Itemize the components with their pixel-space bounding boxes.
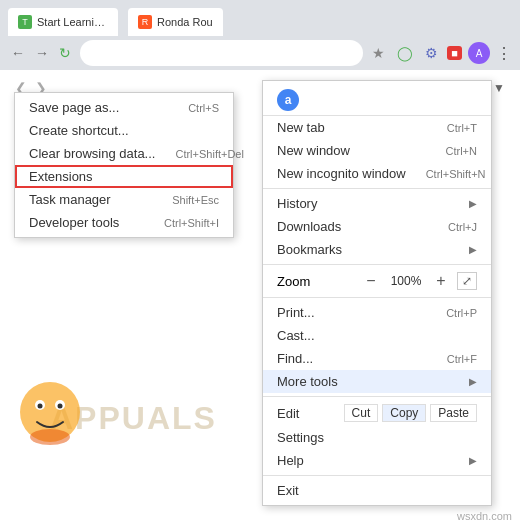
bookmark-icon[interactable]: ★ xyxy=(369,43,388,63)
more-tools-label: More tools xyxy=(277,374,461,389)
developer-tools-label: Developer tools xyxy=(29,215,144,230)
clear-browsing-shortcut: Ctrl+Shift+Del xyxy=(175,148,243,160)
new-incognito-item[interactable]: New incognito window Ctrl+Shift+N xyxy=(263,162,491,185)
tab-2-icon: R xyxy=(138,15,152,29)
history-arrow: ▶ xyxy=(469,198,477,209)
exit-label: Exit xyxy=(277,483,477,498)
print-label: Print... xyxy=(277,305,426,320)
history-label: History xyxy=(277,196,461,211)
cartoon-character xyxy=(15,377,85,447)
nav-icons: ← → ↻ xyxy=(8,43,74,63)
tab-1-label: Start Learning at Tree xyxy=(37,16,108,28)
paste-button[interactable]: Paste xyxy=(430,404,477,422)
tab-1-icon: T xyxy=(18,15,32,29)
divider-1 xyxy=(263,188,491,189)
address-bar: ← → ↻ ★ ◯ ⚙ ■ A ⋮ xyxy=(0,36,520,70)
copy-button[interactable]: Copy xyxy=(382,404,426,422)
help-arrow: ▶ xyxy=(469,455,477,466)
svg-point-5 xyxy=(30,429,70,445)
zoom-minus[interactable]: − xyxy=(361,272,381,290)
settings-label: Settings xyxy=(277,430,477,445)
edit-label: Edit xyxy=(277,406,336,421)
developer-tools-item[interactable]: Developer tools Ctrl+Shift+I xyxy=(15,211,233,234)
help-label: Help xyxy=(277,453,461,468)
new-tab-label: New tab xyxy=(277,120,427,135)
forward-icon[interactable]: → xyxy=(32,43,52,63)
cast-item[interactable]: Cast... xyxy=(263,324,491,347)
divider-5 xyxy=(263,475,491,476)
task-manager-shortcut: Shift+Esc xyxy=(172,194,219,206)
downloads-label: Downloads xyxy=(277,219,428,234)
new-incognito-shortcut: Ctrl+Shift+N xyxy=(426,168,486,180)
profile-icon[interactable]: A xyxy=(468,42,490,64)
toolbar-icons: ★ ◯ ⚙ ■ A ⋮ xyxy=(369,42,512,64)
clear-browsing-item[interactable]: Clear browsing data... Ctrl+Shift+Del xyxy=(15,142,233,165)
developer-tools-shortcut: Ctrl+Shift+I xyxy=(164,217,219,229)
svg-point-3 xyxy=(38,404,43,409)
find-label: Find... xyxy=(277,351,427,366)
cast-label: Cast... xyxy=(277,328,477,343)
find-item[interactable]: Find... Ctrl+F xyxy=(263,347,491,370)
zoom-label: Zoom xyxy=(277,274,361,289)
exit-item[interactable]: Exit xyxy=(263,479,491,502)
zoom-plus[interactable]: + xyxy=(431,272,451,290)
notifications-icon[interactable]: ■ xyxy=(447,46,462,60)
downloads-shortcut: Ctrl+J xyxy=(448,221,477,233)
print-shortcut: Ctrl+P xyxy=(446,307,477,319)
extensions-item[interactable]: Extensions xyxy=(15,165,233,188)
extensions-icon[interactable]: ⚙ xyxy=(422,43,441,63)
new-window-item[interactable]: New window Ctrl+N xyxy=(263,139,491,162)
bookmarks-arrow: ▶ xyxy=(469,244,477,255)
zoom-expand[interactable]: ⤢ xyxy=(457,272,477,290)
save-page-shortcut: Ctrl+S xyxy=(188,102,219,114)
new-tab-item[interactable]: New tab Ctrl+T xyxy=(263,116,491,139)
print-item[interactable]: Print... Ctrl+P xyxy=(263,301,491,324)
back-icon[interactable]: ← xyxy=(8,43,28,63)
chrome-context-menu: a New tab Ctrl+T New window Ctrl+N New i… xyxy=(262,80,492,506)
chrome-account-icon: a xyxy=(277,89,299,111)
more-tools-arrow: ▶ xyxy=(469,376,477,387)
zoom-controls: − 100% + ⤢ xyxy=(361,272,477,290)
divider-3 xyxy=(263,297,491,298)
new-incognito-label: New incognito window xyxy=(277,166,406,181)
task-manager-label: Task manager xyxy=(29,192,152,207)
zoom-row: Zoom − 100% + ⤢ xyxy=(263,268,491,294)
new-tab-shortcut: Ctrl+T xyxy=(447,122,477,134)
edit-row[interactable]: Edit Cut Copy Paste xyxy=(263,400,491,426)
bookmarks-item[interactable]: Bookmarks ▶ xyxy=(263,238,491,261)
settings-item[interactable]: Settings xyxy=(263,426,491,449)
find-shortcut: Ctrl+F xyxy=(447,353,477,365)
more-tools-item[interactable]: More tools ▶ xyxy=(263,370,491,393)
edit-inline-actions: Cut Copy Paste xyxy=(344,404,477,422)
reload-icon[interactable]: ↻ xyxy=(56,43,74,63)
svg-point-4 xyxy=(58,404,63,409)
browser-window: T Start Learning at Tree R Ronda Rou ← →… xyxy=(0,0,520,527)
downloads-item[interactable]: Downloads Ctrl+J xyxy=(263,215,491,238)
bookmarks-label: Bookmarks xyxy=(277,242,461,257)
save-page-item[interactable]: Save page as... Ctrl+S xyxy=(15,96,233,119)
create-shortcut-label: Create shortcut... xyxy=(29,123,219,138)
menu-icon[interactable]: ⋮ xyxy=(496,44,512,63)
extensions-label: Extensions xyxy=(29,169,219,184)
history-item[interactable]: History ▶ xyxy=(263,192,491,215)
create-shortcut-item[interactable]: Create shortcut... xyxy=(15,119,233,142)
chrome-icon[interactable]: ◯ xyxy=(394,43,416,63)
divider-2 xyxy=(263,264,491,265)
task-manager-item[interactable]: Task manager Shift+Esc xyxy=(15,188,233,211)
watermark: wsxdn.com xyxy=(457,510,512,522)
more-tools-submenu: Save page as... Ctrl+S Create shortcut..… xyxy=(14,92,234,238)
gear-dropdown-icon: ▼ xyxy=(493,81,505,95)
zoom-percent: 100% xyxy=(387,274,425,288)
tab-bar: T Start Learning at Tree R Ronda Rou xyxy=(0,0,520,36)
tab-2-label: Ronda Rou xyxy=(157,16,213,28)
new-window-label: New window xyxy=(277,143,426,158)
divider-4 xyxy=(263,396,491,397)
tab-1[interactable]: T Start Learning at Tree xyxy=(8,8,118,36)
new-window-shortcut: Ctrl+N xyxy=(446,145,477,157)
save-page-label: Save page as... xyxy=(29,100,168,115)
cut-button[interactable]: Cut xyxy=(344,404,379,422)
omnibox[interactable] xyxy=(80,40,363,66)
page-content: ❮ ❯ ⚙ ▼ ◀ ADD A REPLY Similar topics APP… xyxy=(0,70,520,527)
tab-2[interactable]: R Ronda Rou xyxy=(128,8,223,36)
help-item[interactable]: Help ▶ xyxy=(263,449,491,472)
